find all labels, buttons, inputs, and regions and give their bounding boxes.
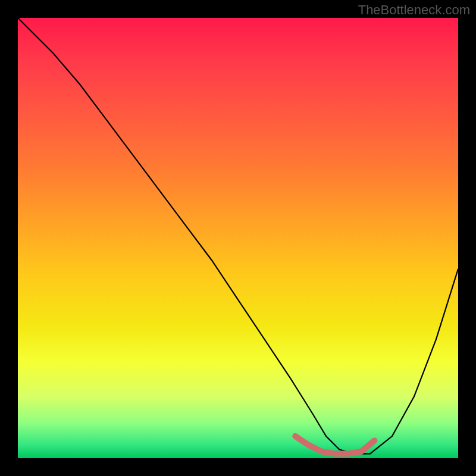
chart-plot-area [18, 18, 458, 458]
chart-svg [18, 18, 458, 458]
watermark-text: TheBottleneck.com [358, 2, 470, 18]
bottleneck-curve-line [18, 18, 458, 454]
